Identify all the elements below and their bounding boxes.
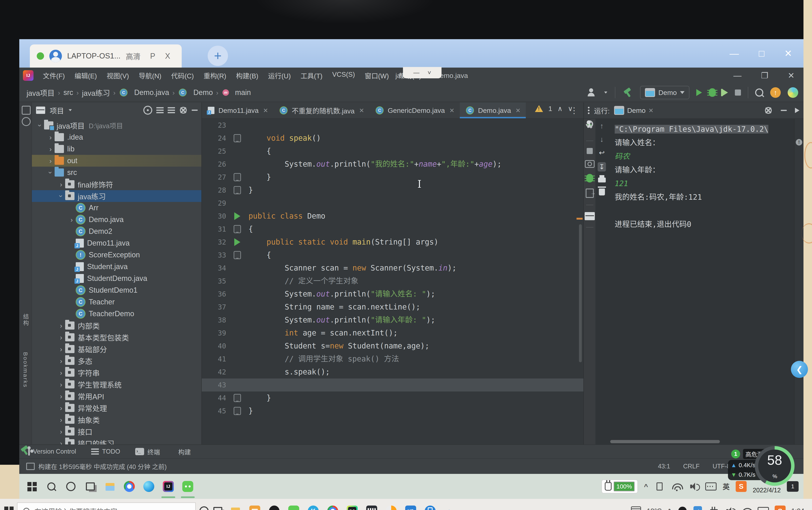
session-p-button[interactable]: P (150, 52, 155, 60)
taskbar-app-cortana[interactable] (61, 474, 81, 499)
drag-dots-icon[interactable] (588, 107, 589, 109)
tree-row[interactable]: ›常用API (32, 390, 201, 402)
weather-temp[interactable]: 18°C (647, 507, 662, 510)
notification-badge[interactable]: 1 (787, 481, 799, 492)
qq-tray-icon[interactable] (678, 507, 687, 510)
thread-dump-icon[interactable] (585, 160, 594, 168)
taskbar-app-bluewing[interactable] (442, 506, 457, 510)
remote-minimize-button[interactable]: — (730, 48, 739, 59)
tree-row[interactable]: ›字符串 (32, 367, 201, 379)
code-line[interactable]: 44− } (202, 391, 583, 404)
remote-float-toolbar[interactable]: — ˅ (403, 67, 441, 78)
encoding[interactable]: UTF-8 (713, 463, 730, 470)
gear-icon[interactable] (180, 107, 187, 114)
prev-problem-icon[interactable]: ∧ (557, 104, 562, 113)
coverage-button[interactable] (723, 89, 728, 96)
ide-close-button[interactable]: ✕ (788, 71, 794, 80)
taskbar-app-orange[interactable] (248, 506, 262, 510)
tab-close-icon[interactable]: ✕ (515, 107, 521, 114)
tree-row[interactable]: ›src (32, 167, 201, 178)
tray-expand-icon[interactable]: ^ (667, 507, 671, 510)
user-icon[interactable] (586, 87, 597, 98)
taskbar-app-search[interactable] (41, 474, 61, 499)
fold-icon[interactable]: − (234, 186, 241, 194)
code-line[interactable]: 32 public static void main(String[] args… (202, 236, 583, 249)
tree-arrow-icon[interactable]: › (57, 322, 65, 330)
new-session-button[interactable]: + (208, 46, 228, 66)
code-line[interactable]: 23 (202, 119, 583, 132)
tree-arrow-icon[interactable]: › (47, 169, 55, 177)
expand-all-icon[interactable] (156, 107, 164, 109)
taskbar-app-explorer[interactable] (228, 506, 242, 510)
fold-icon[interactable]: − (234, 134, 241, 142)
gear-icon[interactable] (765, 107, 772, 114)
fold-icon[interactable]: − (234, 225, 241, 233)
remote-float-ball[interactable]: ❮ (791, 361, 808, 378)
selected-toggle[interactable]: ↧ (598, 162, 606, 172)
touch-keyboard-icon[interactable] (705, 482, 717, 490)
code-line[interactable]: 33− { (202, 249, 583, 262)
hide-panel-icon[interactable] (192, 110, 198, 111)
time[interactable]: 1:04 (791, 507, 804, 510)
taskbar-app-vscode[interactable] (404, 506, 418, 510)
tree-arrow-icon[interactable]: › (57, 357, 65, 365)
tab-close-icon[interactable]: ✕ (359, 107, 364, 114)
tree-row[interactable]: ›out (32, 155, 201, 167)
locate-file-icon[interactable] (143, 106, 152, 115)
run-config-select[interactable]: Demo (640, 86, 689, 99)
editor-body[interactable]: 2324− void speak()25 {26 System.out.prin… (202, 119, 583, 445)
ide-minimize-button[interactable]: — (733, 71, 742, 80)
tree-row[interactable]: CDemo2 (32, 226, 201, 237)
taskbar-app-start[interactable] (22, 474, 41, 499)
tree-arrow-icon[interactable]: › (57, 345, 65, 353)
run-button[interactable] (696, 89, 702, 96)
stop-button[interactable] (735, 90, 741, 96)
run-tab[interactable]: Demo ✕ (614, 106, 654, 115)
taskbar-app-qq[interactable] (267, 506, 281, 510)
menu-item[interactable]: 导航(N) (134, 71, 166, 80)
code-line[interactable]: 28−} (202, 184, 583, 197)
soft-wrap-icon[interactable]: ↩ (599, 149, 605, 156)
project-toolwindow-icon[interactable] (22, 106, 31, 115)
search-everywhere-icon[interactable] (755, 89, 763, 97)
tree-row[interactable]: ›接口 (32, 426, 201, 437)
breadcrumb-item[interactable]: src (63, 88, 73, 97)
run-line-icon[interactable] (234, 238, 240, 246)
next-problem-icon[interactable]: ∨ (568, 104, 573, 113)
down-stack-icon[interactable]: ↓ (600, 136, 604, 143)
breadcrumb-item[interactable]: java练习 (82, 87, 110, 98)
tree-row[interactable]: Demo11.java (32, 237, 201, 249)
menu-item[interactable]: VCS(S) (327, 71, 360, 80)
code-line[interactable]: 24− void speak() (202, 132, 583, 145)
tree-row[interactable]: CArr (32, 202, 201, 214)
task-view-icon[interactable] (212, 506, 223, 510)
restore-panel-icon[interactable] (795, 108, 800, 113)
code-line[interactable]: 37 String name = scan.nextLine(); (202, 301, 583, 313)
toolwindow-button-todo[interactable]: TODO (91, 448, 120, 455)
editor-tab[interactable]: CDemo.java✕ (460, 102, 526, 118)
code-line[interactable]: 45−} (202, 404, 583, 417)
breadcrumb-item[interactable]: java项目 (27, 87, 55, 98)
tab-close-icon[interactable]: ✕ (263, 107, 268, 114)
tree-arrow-icon[interactable]: › (57, 333, 65, 341)
code-line[interactable]: 35 // 定义一个学生对象 (202, 275, 583, 288)
tree-row[interactable]: ›多态 (32, 355, 201, 367)
line-ending[interactable]: CRLF (683, 463, 699, 470)
print-icon[interactable] (598, 178, 606, 182)
menu-item[interactable]: 代码(C) (166, 71, 199, 80)
tree-row[interactable]: ›java项目D:\java项目 (32, 120, 201, 131)
code-line[interactable]: 29 (202, 197, 583, 210)
tree-row[interactable]: !ScoreException (32, 249, 201, 261)
fold-icon[interactable]: − (234, 407, 241, 415)
tree-row[interactable]: CTeacherDemo (32, 308, 201, 320)
menu-item[interactable]: 视图(V) (102, 71, 134, 80)
taskbar-app-chrome[interactable] (120, 474, 139, 499)
cortana-icon[interactable] (199, 506, 209, 510)
news-icon[interactable] (631, 506, 641, 510)
code-line[interactable]: 39 int age = scan.nextInt(); (202, 327, 583, 339)
run-console[interactable]: "C:\Program Files\Java\jdk-17.0.2\请输入姓名：… (608, 119, 794, 445)
taskbar-search-input[interactable]: 在这里输入你要搜索的内容 (17, 503, 196, 510)
tree-arrow-icon[interactable]: › (67, 216, 76, 223)
taskbar-app-chrome[interactable] (326, 506, 340, 510)
caret-position[interactable]: 43:1 (658, 463, 670, 470)
